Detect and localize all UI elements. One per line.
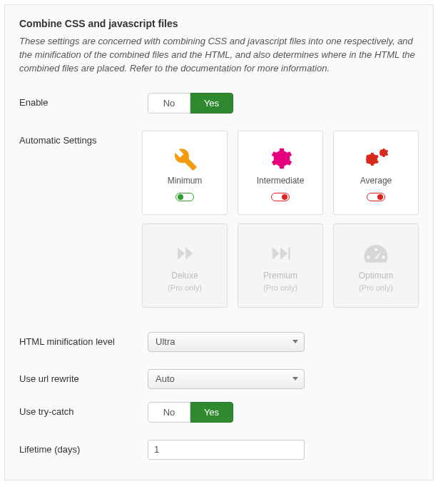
try-catch-toggle: No Yes [148,402,233,423]
card-premium: Premium (Pro only) [238,223,323,308]
card-label: Minimum [168,176,203,186]
card-label: Intermediate [257,176,305,186]
chevron-down-icon [292,377,298,380]
pro-only-label: (Pro only) [168,283,202,292]
skip-end-icon [268,238,292,269]
settings-panel: Combine CSS and javascript files These s… [4,4,434,480]
enable-toggle: No Yes [148,93,233,114]
switch-off-icon [271,193,290,201]
gear-icon [268,143,292,174]
panel-title: Combine CSS and javascript files [19,18,419,29]
label-lifetime: Lifetime (days) [19,440,148,455]
card-label: Premium [263,271,297,281]
html-min-level-select[interactable]: Ultra [148,332,305,352]
chevron-down-icon [292,340,298,343]
gears-icon [362,143,390,174]
card-optimum: Optimum (Pro only) [333,223,419,308]
row-automatic-settings: Automatic Settings Minimum Intermediate [19,131,419,308]
gauge-icon [363,238,389,269]
panel-description: These settings are concerned with combin… [19,35,419,76]
card-label: Deluxe [171,271,198,281]
select-value: Ultra [156,336,175,347]
enable-no-button[interactable]: No [148,93,190,114]
row-html-min-level: HTML minification level Ultra [19,332,419,352]
url-rewrite-select[interactable]: Auto [148,369,305,389]
card-deluxe: Deluxe (Pro only) [142,223,228,308]
label-html-min-level: HTML minification level [19,332,148,347]
card-label: Optimum [359,271,394,281]
select-value: Auto [156,373,175,384]
switch-on-icon [175,193,194,201]
pro-only-label: (Pro only) [263,283,297,292]
try-catch-yes-button[interactable]: Yes [190,402,233,423]
pro-only-label: (Pro only) [359,283,393,292]
row-enable: Enable No Yes [19,93,419,114]
fast-forward-icon [173,238,197,269]
row-try-catch: Use try-catch No Yes [19,402,419,423]
label-try-catch: Use try-catch [19,402,148,417]
row-url-rewrite: Use url rewrite Auto [19,369,419,389]
enable-yes-button[interactable]: Yes [190,93,233,114]
label-enable: Enable [19,93,148,108]
settings-cards: Minimum Intermediate [142,131,419,308]
card-average[interactable]: Average [333,131,419,215]
label-url-rewrite: Use url rewrite [19,369,148,384]
switch-off-icon [367,193,385,201]
row-lifetime: Lifetime (days) [19,440,419,460]
card-intermediate[interactable]: Intermediate [238,131,323,215]
label-automatic-settings: Automatic Settings [19,131,142,146]
card-label: Average [360,176,392,186]
card-minimum[interactable]: Minimum [142,131,228,215]
try-catch-no-button[interactable]: No [148,402,190,423]
wrench-icon [172,143,198,174]
lifetime-input[interactable] [148,440,305,460]
